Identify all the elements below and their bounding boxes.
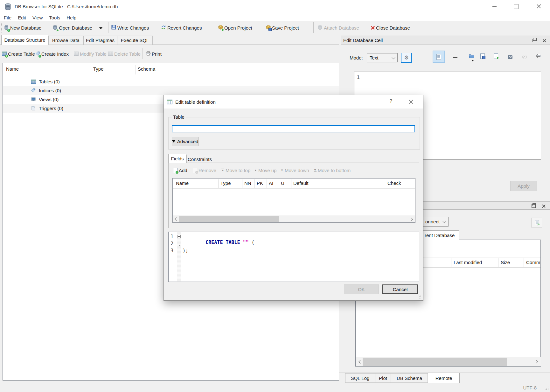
tree-header-schema[interactable]: Schema — [138, 66, 155, 72]
print-cell-button[interactable] — [535, 53, 542, 59]
menu-file[interactable]: File — [1, 15, 15, 20]
minimize-button[interactable] — [488, 2, 501, 11]
save-project-button[interactable]: Save Project — [266, 22, 299, 33]
text-document-icon — [436, 54, 441, 60]
editor-line-number: 1 — [357, 74, 359, 80]
tree-item-tables[interactable]: Tables (0) — [3, 77, 339, 86]
column-default[interactable]: Default — [293, 180, 309, 186]
tab-database-structure[interactable]: Database Structure — [1, 35, 48, 45]
resize-grip[interactable] — [545, 387, 549, 390]
scrollbar-thumb[interactable] — [179, 216, 279, 222]
tab-fields[interactable]: Fields — [168, 154, 186, 163]
copy-link-button[interactable] — [506, 55, 513, 59]
write-changes-button[interactable]: Write Changes — [111, 22, 149, 33]
column-name[interactable]: Name — [176, 180, 189, 186]
sql-preview: 1 2 3 CREATE TABLE "" ( ); — [168, 232, 419, 282]
tab-db-schema[interactable]: DB Schema — [391, 373, 428, 383]
apply-button[interactable]: Apply — [510, 181, 537, 191]
import-data-button[interactable] — [468, 53, 475, 59]
column-last-modified[interactable]: Last modified — [454, 260, 482, 265]
print-icon — [146, 51, 150, 57]
scroll-right-icon[interactable] — [409, 217, 413, 221]
move-up-button[interactable]: Move up — [254, 166, 276, 174]
open-project-button[interactable]: Open Project — [218, 22, 252, 33]
column-u[interactable]: U — [281, 180, 284, 186]
text-mode-toggle[interactable] — [433, 51, 445, 63]
advanced-button[interactable]: Advanced — [172, 137, 198, 146]
print-button[interactable]: Print — [146, 48, 162, 59]
add-field-button[interactable]: + Add — [173, 166, 187, 174]
word-wrap-icon — [453, 56, 457, 59]
menu-tools[interactable]: Tools — [46, 15, 63, 20]
column-commit[interactable]: Comm — [526, 260, 540, 265]
export-data-button[interactable] — [479, 52, 486, 60]
menu-help[interactable]: Help — [63, 15, 80, 20]
ok-button[interactable]: OK — [344, 284, 379, 294]
close-panel-button[interactable] — [540, 203, 547, 209]
float-panel-button[interactable] — [531, 38, 537, 43]
dialog-resize-grip[interactable] — [418, 295, 421, 299]
tab-constraints[interactable]: Constraints — [186, 155, 213, 163]
menu-edit[interactable]: Edit — [15, 15, 29, 20]
column-nn[interactable]: NN — [244, 180, 251, 186]
tree-header-name[interactable]: Name — [6, 66, 19, 72]
column-check[interactable]: Check — [387, 180, 401, 186]
move-to-bottom-button[interactable]: Move to bottom — [314, 166, 351, 174]
scroll-left-icon[interactable] — [175, 217, 178, 221]
move-down-button[interactable]: Move down — [281, 166, 309, 174]
status-bar: UTF-8 — [0, 383, 550, 392]
attach-database-button[interactable]: Attach Database — [317, 22, 359, 33]
move-to-top-button[interactable]: Move to top — [221, 166, 250, 174]
remote-upload-button[interactable] — [531, 218, 542, 228]
close-window-button[interactable] — [533, 2, 545, 11]
tab-browse-data[interactable]: Browse Data — [48, 36, 83, 45]
mode-select[interactable]: Text — [367, 53, 398, 62]
tab-edit-pragmas[interactable]: Edit Pragmas — [83, 36, 117, 45]
cancel-button[interactable]: Cancel — [382, 284, 418, 294]
tab-sql-log[interactable]: SQL Log — [345, 373, 375, 383]
close-panel-button[interactable] — [541, 38, 547, 43]
open-database-dropdown[interactable] — [99, 29, 102, 35]
create-index-button[interactable]: + Create Index — [36, 48, 69, 59]
scrollbar-thumb[interactable] — [363, 358, 507, 366]
help-button[interactable]: ? — [386, 98, 395, 104]
delete-table-button[interactable]: Delete Table — [108, 48, 141, 59]
horizontal-scrollbar[interactable] — [356, 357, 541, 366]
fold-marker-icon[interactable] — [177, 235, 181, 238]
line-number: 1 — [171, 234, 173, 240]
column-ai[interactable]: AI — [269, 180, 273, 186]
maximize-button[interactable] — [510, 2, 522, 11]
word-wrap-button[interactable] — [451, 55, 459, 60]
tab-remote[interactable]: Remote — [428, 373, 460, 383]
column-size[interactable]: Size — [501, 260, 510, 265]
revert-changes-button[interactable]: Revert Changes — [161, 22, 202, 33]
new-database-button[interactable]: + New Database — [4, 22, 41, 33]
fields-horizontal-scrollbar[interactable] — [173, 215, 415, 222]
set-null-button[interactable] — [521, 54, 528, 60]
sql-close: ); — [183, 248, 188, 254]
float-panel-button[interactable] — [530, 203, 537, 209]
tab-execute-sql[interactable]: Execute SQL — [117, 36, 153, 45]
tree-item-indices[interactable]: Indices (0) — [3, 86, 339, 95]
dialog-title: Edit table definition — [175, 99, 216, 105]
tree-header-type[interactable]: Type — [93, 66, 104, 72]
close-database-button[interactable]: Close Database — [371, 22, 410, 33]
table-name-input[interactable] — [172, 125, 415, 132]
menu-view[interactable]: View — [29, 15, 46, 20]
scroll-left-icon[interactable] — [359, 360, 362, 363]
open-database-button[interactable]: Open Database — [52, 22, 92, 33]
toolbar-drag-handle[interactable] — [1, 23, 2, 32]
column-type[interactable]: Type — [220, 180, 231, 186]
create-table-button[interactable]: + Create Table — [2, 48, 35, 59]
modify-table-button[interactable]: Modify Table — [74, 48, 107, 59]
import-dropdown[interactable] — [471, 61, 474, 67]
triggers-icon — [31, 106, 36, 111]
tree-item-label: Indices (0) — [39, 88, 61, 93]
tab-plot[interactable]: Plot — [375, 373, 391, 383]
remove-field-button[interactable]: − Remove — [193, 166, 216, 174]
auto-detect-format-button[interactable] — [401, 53, 412, 63]
chevron-down-icon — [99, 27, 102, 35]
open-in-external-button[interactable] — [492, 52, 499, 60]
column-pk[interactable]: PK — [257, 180, 263, 186]
scroll-right-icon[interactable] — [534, 360, 538, 363]
